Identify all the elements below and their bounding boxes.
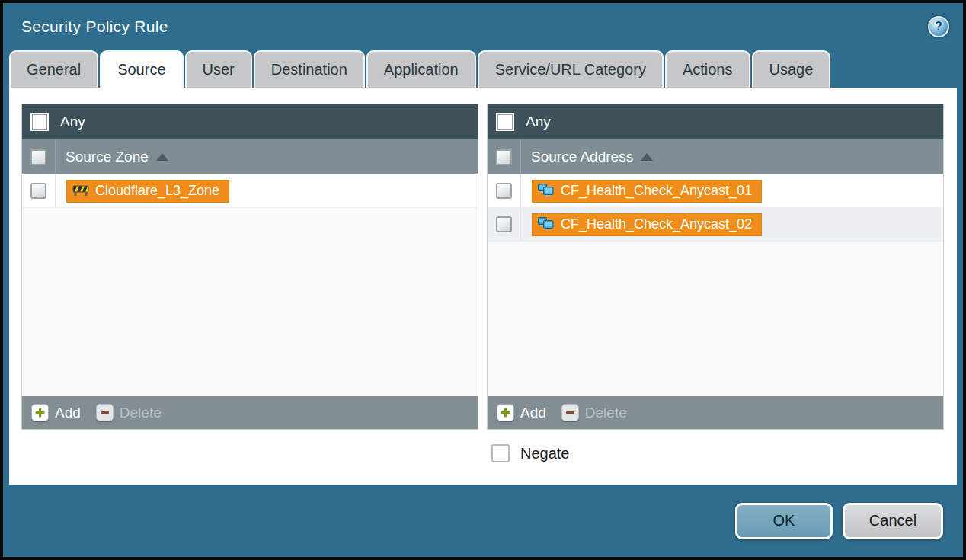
source-panels: Any Source Zone xyxy=(9,88,957,430)
header-checkbox-cell xyxy=(22,139,56,174)
sort-ascending-icon xyxy=(156,153,168,161)
source-address-table-body: CF_Health_Check_Anycast_01 CF_Health_Che… xyxy=(488,174,943,396)
dialog-title: Security Policy Rule xyxy=(21,18,168,36)
row-checkbox-cell xyxy=(488,174,521,207)
tab-usage[interactable]: Usage xyxy=(752,50,831,88)
help-icon[interactable]: ? xyxy=(928,16,949,37)
header-checkbox-cell xyxy=(488,139,521,174)
tab-actions[interactable]: Actions xyxy=(665,50,750,88)
add-label: Add xyxy=(520,405,546,421)
row-checkbox[interactable] xyxy=(30,183,46,199)
add-button[interactable]: Add xyxy=(497,404,546,421)
table-row[interactable]: CF_Health_Check_Anycast_02 xyxy=(488,208,943,242)
address-icon xyxy=(538,217,555,231)
column-title: Source Address xyxy=(531,149,633,165)
source-zone-any-label: Any xyxy=(60,114,85,130)
source-address-any-checkbox[interactable] xyxy=(496,113,514,131)
object-tag[interactable]: Cloudflare_L3_Zone xyxy=(66,180,229,203)
security-policy-rule-dialog: Security Policy Rule ? GeneralSourceUser… xyxy=(0,0,966,560)
tab-bar: GeneralSourceUserDestinationApplicationS… xyxy=(3,50,963,88)
source-address-any-bar: Any xyxy=(488,104,943,139)
object-tag[interactable]: CF_Health_Check_Anycast_02 xyxy=(532,213,762,236)
source-zone-any-checkbox[interactable] xyxy=(30,113,49,131)
delete-button[interactable]: Delete xyxy=(96,404,162,421)
add-label: Add xyxy=(55,405,81,421)
delete-label: Delete xyxy=(120,405,162,421)
negate-checkbox[interactable] xyxy=(491,444,510,462)
source-address-toolbar: Add Delete xyxy=(488,396,943,429)
source-address-panel: Any Source Address xyxy=(487,104,944,430)
row-checkbox[interactable] xyxy=(496,216,512,232)
minus-icon xyxy=(96,404,114,421)
tab-application[interactable]: Application xyxy=(366,50,476,88)
tab-user[interactable]: User xyxy=(185,50,252,88)
source-zone-column-header[interactable]: Source Zone xyxy=(22,139,478,174)
negate-row: Negate xyxy=(491,444,957,462)
dialog-titlebar: Security Policy Rule ? xyxy=(3,3,963,50)
row-checkbox[interactable] xyxy=(496,183,512,199)
row-checkbox-cell xyxy=(22,174,56,207)
tab-service-url-category[interactable]: Service/URL Category xyxy=(478,50,664,88)
select-all-checkbox[interactable] xyxy=(496,149,512,165)
source-zone-any-bar: Any xyxy=(22,104,478,139)
object-label: CF_Health_Check_Anycast_02 xyxy=(561,216,752,232)
source-zone-table-body: Cloudflare_L3_Zone xyxy=(22,174,478,396)
minus-icon xyxy=(561,404,579,421)
select-all-checkbox[interactable] xyxy=(30,149,46,165)
object-label: CF_Health_Check_Anycast_01 xyxy=(561,183,752,199)
add-button[interactable]: Add xyxy=(31,404,81,421)
tab-source[interactable]: Source xyxy=(100,50,183,88)
source-address-column-header[interactable]: Source Address xyxy=(488,139,943,174)
sort-ascending-icon xyxy=(641,153,653,161)
negate-label: Negate xyxy=(520,445,570,462)
tab-destination[interactable]: Destination xyxy=(254,50,365,88)
table-row[interactable]: Cloudflare_L3_Zone xyxy=(22,174,478,208)
ok-button[interactable]: OK xyxy=(735,503,833,539)
table-row[interactable]: CF_Health_Check_Anycast_01 xyxy=(488,174,943,208)
zone-icon xyxy=(72,184,89,197)
delete-button[interactable]: Delete xyxy=(561,404,627,421)
cancel-button[interactable]: Cancel xyxy=(843,503,943,539)
plus-icon xyxy=(497,404,514,421)
object-tag[interactable]: CF_Health_Check_Anycast_01 xyxy=(532,180,762,203)
delete-label: Delete xyxy=(585,405,627,421)
dialog-content: Any Source Zone xyxy=(9,88,957,485)
address-icon xyxy=(538,184,555,197)
source-address-any-label: Any xyxy=(526,114,551,130)
column-title: Source Zone xyxy=(66,149,149,165)
object-label: Cloudflare_L3_Zone xyxy=(95,183,219,199)
row-checkbox-cell xyxy=(488,208,521,241)
plus-icon xyxy=(31,404,49,421)
dialog-footer: OK Cancel xyxy=(3,485,963,557)
tab-general[interactable]: General xyxy=(9,50,98,88)
source-zone-panel: Any Source Zone xyxy=(21,104,478,430)
source-zone-toolbar: Add Delete xyxy=(22,396,478,429)
